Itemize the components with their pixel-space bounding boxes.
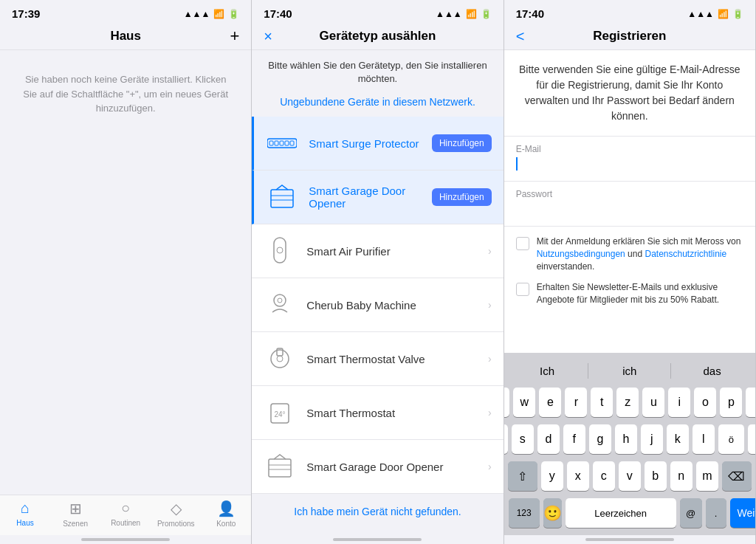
checkbox-item-terms[interactable]: Mit der Anmeldung erklären Sie sich mit …: [516, 235, 743, 272]
not-found-link[interactable]: Ich habe mein Gerät nicht gefunden.: [252, 494, 503, 529]
device-row-surge-protector[interactable]: Smart Surge Protector Hinzufügen: [252, 117, 503, 171]
key-n[interactable]: n: [670, 461, 693, 491]
key-k[interactable]: k: [667, 424, 689, 454]
key-d[interactable]: d: [537, 424, 560, 454]
device-row-garage-door[interactable]: Smart Garage Door Opener Hinzufügen: [252, 171, 503, 224]
weiter-key[interactable]: Weiter: [730, 498, 756, 528]
svg-rect-18: [269, 459, 291, 477]
suggestion-das[interactable]: das: [671, 363, 753, 379]
nav-title-1: Haus: [110, 29, 141, 44]
tab-bar-1: ⌂ Haus ⊞ Szenen ○ Routinen ◇ Promotions …: [0, 495, 251, 535]
space-key[interactable]: Leerzeichen: [566, 498, 676, 528]
key-t[interactable]: t: [591, 388, 613, 417]
chevron-air-purifier: ›: [488, 245, 492, 257]
device-row-thermostat[interactable]: 24° Smart Thermostat ›: [252, 386, 503, 440]
checkbox-newsletter-text: Erhalten Sie Newsletter-E-Mails und exkl…: [537, 281, 743, 306]
home-indicator-1: [81, 538, 170, 541]
tab-haus[interactable]: ⌂ Haus: [0, 500, 50, 528]
num-key[interactable]: 123: [509, 498, 540, 528]
nav-bar-3: < Registrieren: [504, 24, 755, 50]
key-w[interactable]: w: [513, 388, 535, 417]
at-key[interactable]: @: [680, 498, 702, 528]
wifi-icon-2: 📶: [466, 9, 477, 19]
email-field-wrapper[interactable]: E-Mail: [504, 137, 755, 182]
device-name-air-purifier: Smart Air Purifier: [306, 245, 478, 258]
garage-door-icon: [266, 181, 298, 213]
key-f[interactable]: f: [563, 424, 585, 454]
device-row-thermostat-valve[interactable]: Smart Thermostat Valve ›: [252, 332, 503, 386]
svg-rect-0: [267, 139, 297, 148]
key-g[interactable]: g: [589, 424, 611, 454]
suggestion-ich[interactable]: ich: [588, 363, 671, 379]
house-icon: ⌂: [21, 500, 30, 517]
home-indicator-3: [585, 538, 674, 541]
garage-door-icon-2: [264, 450, 296, 483]
key-v[interactable]: v: [619, 461, 641, 491]
privacy-link[interactable]: Datenschutzrichtlinie: [645, 249, 726, 259]
checkbox-item-newsletter[interactable]: Erhalten Sie Newsletter-E-Mails und exkl…: [516, 281, 743, 306]
checkbox-newsletter[interactable]: [516, 283, 529, 296]
register-content: Bitte verwenden Sie eine gültige E-Mail-…: [504, 50, 755, 353]
tab-szenen[interactable]: ⊞ Szenen: [50, 500, 100, 528]
tab-routinen[interactable]: ○ Routinen: [100, 500, 151, 528]
shift-key[interactable]: ⇧: [508, 461, 537, 491]
device-name-cherub-baby: Cherub Baby Machine: [306, 299, 478, 311]
key-q[interactable]: q: [504, 388, 510, 417]
delete-key[interactable]: ⌫: [722, 461, 752, 491]
air-purifier-icon: [264, 235, 296, 267]
password-field-wrapper[interactable]: Passwort: [504, 182, 755, 226]
add-device-button[interactable]: +: [230, 27, 239, 46]
key-z[interactable]: z: [616, 388, 639, 417]
key-c[interactable]: c: [593, 461, 615, 491]
cherub-baby-icon: [264, 289, 296, 321]
keyboard-bottom-row: 123 🙂 Leerzeichen @ . Weiter: [506, 498, 753, 528]
key-oe[interactable]: ö: [718, 424, 744, 454]
svg-point-13: [271, 350, 289, 368]
terms-link[interactable]: Nutzungsbedingungen: [537, 249, 625, 259]
key-x[interactable]: x: [567, 461, 589, 491]
key-i[interactable]: i: [668, 388, 690, 417]
tab-konto[interactable]: 👤 Konto: [201, 500, 251, 528]
password-input[interactable]: [516, 202, 743, 218]
device-row-air-purifier[interactable]: Smart Air Purifier ›: [252, 224, 503, 278]
tab-promotions[interactable]: ◇ Promotions: [151, 500, 201, 528]
suggestion-ich-cap[interactable]: Ich: [506, 363, 589, 379]
key-e[interactable]: e: [539, 388, 561, 417]
back-button[interactable]: <: [516, 28, 525, 45]
key-j[interactable]: j: [641, 424, 663, 454]
add-garage-door-button[interactable]: Hinzufügen: [432, 188, 492, 206]
status-bar-3: 17:40 ▲▲▲ 📶 🔋: [504, 0, 755, 24]
device-name-garage-door-highlight: Smart Garage Door Opener: [309, 185, 422, 210]
device-name-thermostat: Smart Thermostat: [306, 407, 478, 419]
add-surge-protector-button[interactable]: Hinzufügen: [432, 134, 492, 152]
key-y[interactable]: y: [541, 461, 563, 491]
checkbox-terms[interactable]: [516, 237, 529, 250]
register-description: Bitte verwenden Sie eine gültige E-Mail-…: [504, 50, 755, 136]
thermostat-valve-icon: [264, 342, 296, 375]
key-h[interactable]: h: [615, 424, 637, 454]
dot-key[interactable]: .: [706, 498, 726, 528]
key-o[interactable]: o: [694, 388, 716, 417]
device-name-garage-door-2: Smart Garage Door Opener: [306, 461, 478, 473]
key-a[interactable]: a: [504, 424, 508, 454]
key-m[interactable]: m: [696, 461, 718, 491]
key-p[interactable]: p: [720, 388, 742, 417]
keyboard-row-3: ⇧ y x c v b n m ⌫: [506, 461, 753, 491]
unbound-devices-link[interactable]: Ungebundene Geräte in diesem Netzwerk.: [252, 92, 503, 117]
key-ae[interactable]: ä: [748, 424, 756, 454]
close-button[interactable]: ×: [264, 28, 272, 45]
register-form: E-Mail Passwort: [504, 136, 755, 227]
device-type-subtitle: Bitte wählen Sie den Gerätetyp, den Sie …: [252, 50, 503, 92]
email-input[interactable]: [516, 157, 743, 173]
device-row-cherub-baby[interactable]: Cherub Baby Machine ›: [252, 278, 503, 332]
status-time-2: 17:40: [264, 7, 292, 20]
device-row-garage-door-2[interactable]: Smart Garage Door Opener ›: [252, 440, 503, 494]
key-u[interactable]: u: [642, 388, 664, 417]
checkbox-terms-text: Mit der Anmeldung erklären Sie sich mit …: [537, 235, 743, 272]
key-ue[interactable]: ü: [746, 388, 756, 417]
key-s[interactable]: s: [512, 424, 534, 454]
key-b[interactable]: b: [645, 461, 667, 491]
key-r[interactable]: r: [565, 388, 587, 417]
key-l[interactable]: l: [693, 424, 715, 454]
emoji-key[interactable]: 🙂: [543, 498, 562, 528]
